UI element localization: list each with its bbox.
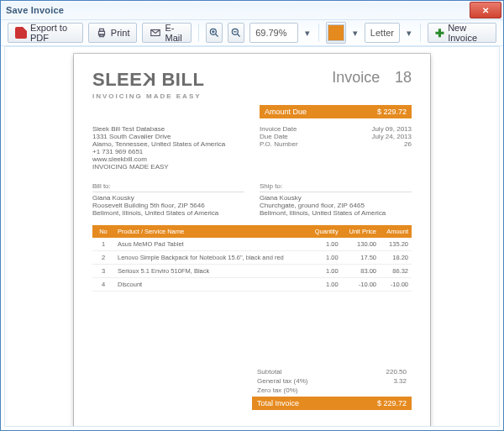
new-invoice-label: New Invoice	[448, 23, 489, 43]
chevron-down-icon: ▾	[407, 28, 412, 39]
total-label: Total Invoice	[257, 399, 299, 407]
zoom-value[interactable]: 69.79%	[249, 23, 298, 43]
cell-qty: 1.00	[307, 265, 341, 278]
tax-value: 3.32	[393, 377, 407, 385]
cell-price: 130.00	[342, 238, 380, 251]
invoice-number: 18	[395, 69, 412, 86]
tax-label: General tax (4%)	[257, 377, 307, 385]
table-row: 2Lenovo Simple Backpack for Notebook 15.…	[92, 251, 412, 265]
zoom-out-icon	[230, 27, 242, 39]
app-window: Save Invoice ✕ Export to PDF Print E-Mai…	[0, 0, 504, 431]
meta-block: Invoice DateJuly 09, 2013 Due DateJuly 2…	[260, 125, 412, 171]
company-line: Sleek Bill Test Database	[92, 125, 244, 133]
cell-no: 2	[92, 251, 114, 265]
invoice-heading: Invoice 18	[332, 69, 412, 87]
titlebar: Save Invoice ✕	[1, 1, 503, 20]
color-swatch-button[interactable]	[326, 22, 346, 44]
invoice-title-text: Invoice	[332, 69, 380, 86]
tax-label: Zero tax (0%)	[257, 386, 297, 394]
cell-no: 3	[92, 265, 114, 278]
line-items-table: No Product / Service Name Quantity Unit …	[92, 225, 412, 292]
total-value: $ 229.72	[377, 399, 407, 407]
separator	[198, 24, 199, 42]
chevron-down-icon: ▾	[305, 28, 310, 39]
company-line: www.sleekbill.com	[92, 155, 244, 163]
close-icon: ✕	[482, 6, 489, 15]
company-line: +1 731 969 6651	[92, 148, 244, 155]
close-button[interactable]: ✕	[470, 2, 501, 18]
subtotal-label: Subtotal	[257, 368, 281, 376]
print-label: Print	[111, 28, 130, 38]
envelope-icon	[150, 27, 161, 39]
meta-value: 26	[404, 140, 412, 148]
cell-name: Discount	[114, 278, 307, 292]
cell-price: -10.00	[342, 278, 380, 292]
ship-to-block: Ship to: Giana Kousky Churchgate, ground…	[260, 182, 412, 217]
ship-to-line: Giana Kousky	[260, 194, 412, 202]
cell-amount: 86.32	[380, 265, 412, 278]
meta-value: July 09, 2013	[371, 125, 412, 133]
amount-due-label: Amount Due	[265, 108, 307, 116]
totals-block: Subtotal220.50 General tax (4%)3.32 Zero…	[252, 367, 412, 410]
bill-to-block: Bill to: Giana Kousky Roosevelt Building…	[92, 182, 244, 217]
bill-to-label: Bill to:	[92, 182, 244, 192]
ship-to-line: Bellmont, Illinois, United States of Ame…	[260, 209, 412, 217]
color-dropdown[interactable]: ▾	[351, 24, 360, 42]
cell-name: Serioux 5.1 Enviro 510FM, Black	[114, 265, 307, 278]
meta-label: Due Date	[260, 133, 288, 140]
paper-dropdown[interactable]: ▾	[405, 24, 413, 42]
col-no: No	[92, 225, 114, 238]
bill-to-line: Roosevelt Building 5th floor, ZIP 5646	[92, 202, 244, 209]
print-button[interactable]: Print	[88, 23, 138, 43]
company-line: 1331 South Cavalier Drive	[92, 133, 244, 140]
cell-amount: -10.00	[380, 278, 412, 292]
cell-name: Lenovo Simple Backpack for Notebook 15.6…	[114, 251, 307, 265]
brand-tagline: INVOICING MADE EASY	[92, 92, 204, 100]
cell-price: 83.00	[342, 265, 380, 278]
bill-to-line: Bellmont, Illinois, United States of Ame…	[92, 209, 244, 217]
cell-qty: 1.00	[307, 278, 341, 292]
plus-icon: ✚	[435, 27, 444, 39]
zoom-in-icon	[208, 27, 220, 39]
meta-value: July 24, 2013	[371, 133, 412, 140]
meta-label: P.O. Number	[260, 140, 298, 148]
subtotal-value: 220.50	[386, 368, 407, 376]
company-line: INVOICING MADE EASY	[92, 163, 244, 171]
brand-logo: SLEEK BILL INVOICING MADE EASY	[92, 69, 204, 100]
brand-text-a: SLEE	[92, 69, 142, 90]
chevron-down-icon: ▾	[353, 28, 358, 39]
table-row: 1Asus MeMO Pad Tablet1.00130.00135.20	[92, 238, 412, 251]
ship-to-label: Ship to:	[260, 182, 412, 192]
company-line: Alamo, Tennessee, United States of Ameri…	[92, 140, 244, 148]
window-title: Save Invoice	[6, 5, 64, 15]
zoom-dropdown[interactable]: ▾	[303, 24, 312, 42]
svg-line-5	[216, 34, 218, 37]
export-pdf-label: Export to PDF	[30, 23, 76, 43]
ship-to-line: Churchgate, ground floor, ZIP 6465	[260, 202, 412, 209]
cell-qty: 1.00	[307, 238, 341, 251]
paper-size-select[interactable]: Letter	[365, 23, 400, 43]
zoom-in-button[interactable]	[206, 23, 223, 43]
paper-size-value: Letter	[370, 28, 394, 38]
cell-name: Asus MeMO Pad Tablet	[114, 238, 307, 251]
email-button[interactable]: E-Mail	[142, 23, 192, 43]
cell-qty: 1.00	[307, 251, 341, 265]
svg-line-9	[238, 34, 240, 37]
separator	[318, 24, 319, 42]
cell-amount: 135.20	[380, 238, 412, 251]
toolbar: Export to PDF Print E-Mail 69.79%	[1, 20, 503, 46]
zoom-out-button[interactable]	[228, 23, 244, 43]
cell-no: 4	[92, 278, 114, 292]
invoice-page: SLEEK BILL INVOICING MADE EASY Invoice 1…	[74, 54, 430, 427]
color-swatch-icon	[328, 24, 344, 41]
cell-amount: 18.20	[380, 251, 412, 265]
pdf-icon	[15, 27, 27, 39]
new-invoice-button[interactable]: ✚ New Invoice	[428, 23, 496, 43]
cell-no: 1	[92, 238, 114, 251]
table-row: 3Serioux 5.1 Enviro 510FM, Black1.0083.0…	[92, 265, 412, 278]
preview-canvas[interactable]: SLEEK BILL INVOICING MADE EASY Invoice 1…	[4, 46, 500, 427]
export-pdf-button[interactable]: Export to PDF	[8, 23, 83, 43]
printer-icon	[96, 27, 108, 39]
zoom-value-text: 69.79%	[255, 28, 286, 38]
email-label: E-Mail	[165, 23, 184, 43]
